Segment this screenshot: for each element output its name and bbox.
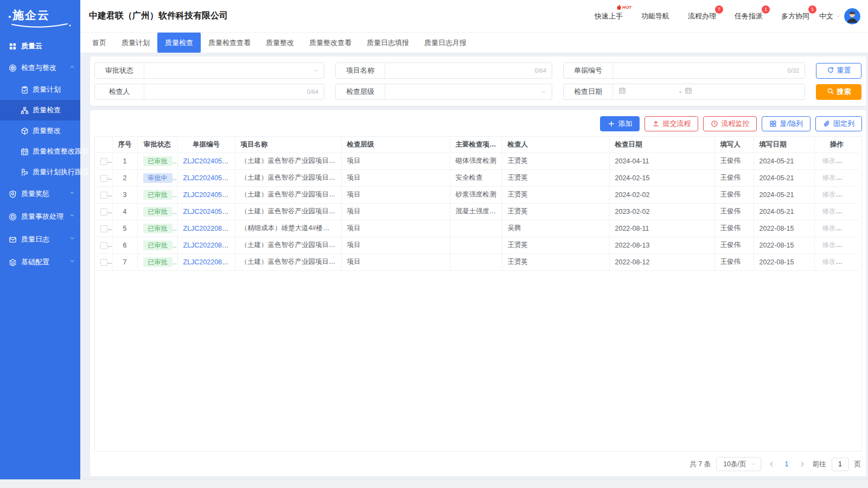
cell-check (95, 153, 112, 169)
sidebar-item-0[interactable]: 质量计划 (0, 79, 80, 100)
cell-check_date: 2024-04-11 (609, 153, 714, 169)
check-date-from-input[interactable] (629, 88, 676, 96)
filter-doc-no[interactable]: 单据编号 0/32 (563, 62, 805, 79)
tab-2[interactable]: 质量检查 (157, 33, 201, 53)
filter-project-name[interactable]: 项目名称 0/64 (335, 62, 552, 79)
column-header-item: 主要检查项名称 (450, 137, 502, 153)
sidebar-group-1[interactable]: 质量奖惩 (0, 182, 80, 205)
cell-check (95, 203, 112, 220)
tab-6[interactable]: 质量日志填报 (359, 33, 417, 53)
sidebar-product[interactable]: 质量云 (0, 31, 80, 56)
doc-no-input[interactable] (613, 67, 788, 75)
tab-0[interactable]: 首页 (85, 33, 114, 53)
topnav-item-3[interactable]: 任务指派1 (735, 11, 763, 21)
sidebar-item-4[interactable]: 质量计划执行跟踪 (0, 162, 80, 182)
cell-level: 项目 (341, 253, 450, 270)
edit-link[interactable]: 修改 (822, 191, 836, 198)
toolbar-button-0[interactable]: 添加 (600, 116, 640, 131)
paperclip-icon (823, 120, 831, 128)
sidebar-group-label: 基础配置 (21, 257, 65, 267)
topnav-item-2[interactable]: 流程办理7 (688, 11, 716, 21)
cell-seq: 3 (112, 186, 137, 203)
toolbar-button-1[interactable]: 提交流程 (644, 116, 698, 131)
topnav-item-0[interactable]: 快速上手HOT (595, 11, 623, 21)
doc-no-link[interactable]: ZLJC2022080173 (183, 242, 235, 249)
page-size-select[interactable]: 10条/页 (716, 457, 761, 471)
doc-no-link[interactable]: ZLJC2022080174 (183, 225, 235, 232)
row-checkbox[interactable] (100, 208, 107, 216)
tab-4[interactable]: 质量整改 (258, 33, 302, 53)
doc-no-link[interactable]: ZLJC2022080172 (183, 258, 235, 266)
cell-project: （土建）蓝色智谷产业园项目施工总承... (235, 237, 341, 253)
cell-writer: 王俊伟 (714, 186, 754, 203)
edit-link[interactable]: 修改 (822, 224, 836, 232)
status-badge: 已审批 (143, 156, 173, 166)
table-row: 4已审批ZLJC2024050443（土建）蓝色智谷产业园项目施工总承...项目… (95, 203, 859, 220)
char-counter: 0/64 (307, 88, 324, 95)
check-date-to-input[interactable] (695, 88, 742, 96)
avatar[interactable] (844, 8, 860, 24)
prev-page-button[interactable] (767, 461, 776, 467)
current-page[interactable]: 1 (782, 460, 792, 468)
sidebar-item-3[interactable]: 质量检查整改跟踪 (0, 141, 80, 162)
next-page-button[interactable] (797, 461, 807, 467)
column-header-inspector: 检查人 (502, 137, 609, 153)
cell-inspector: 王贤英 (502, 203, 609, 220)
total-count: 共 7 条 (690, 460, 711, 469)
sidebar-group-4[interactable]: 基础配置 (0, 251, 80, 274)
reset-button[interactable]: 重置 (816, 63, 861, 79)
sidebar-menu: 检查与整改质量计划质量检查质量整改质量检查整改跟踪质量计划执行跟踪质量奖惩质量事… (0, 56, 80, 274)
project-name-input[interactable] (385, 67, 535, 75)
cell-ops: 修改删除 (814, 153, 859, 169)
row-checkbox[interactable] (100, 175, 107, 182)
doc-no-link[interactable]: ZLJC2024050445 (183, 174, 235, 182)
toolbar-button-4[interactable]: 固定列 (815, 116, 862, 131)
sidebar-group-2[interactable]: 质量事故处理 (0, 205, 80, 228)
sidebar-group-3[interactable]: 质量日志 (0, 228, 80, 251)
chevron-down-icon (69, 258, 75, 267)
cell-level: 项目 (341, 153, 450, 169)
search-button[interactable]: 搜索 (816, 84, 861, 100)
sidebar-item-2[interactable]: 质量整改 (0, 121, 80, 141)
inspector-input[interactable] (144, 88, 307, 96)
row-checkbox[interactable] (100, 192, 107, 199)
filter-check-date[interactable]: 检查日期 - (563, 84, 805, 100)
toolbar-button-3[interactable]: 显/隐列 (762, 116, 810, 131)
row-checkbox[interactable] (100, 225, 107, 232)
cell-doc_no: ZLJC2022080174 (177, 220, 235, 237)
edit-link[interactable]: 修改 (822, 157, 836, 164)
cell-status: 已审批 (137, 237, 177, 253)
row-checkbox[interactable] (100, 259, 107, 266)
filter-inspector[interactable]: 检查人 0/64 (94, 84, 324, 100)
check-level-select[interactable] (385, 88, 541, 96)
doc-no-link[interactable]: ZLJC2024050443 (183, 208, 235, 216)
cell-inspector: 王贤英 (502, 237, 609, 253)
edit-link[interactable]: 修改 (822, 207, 836, 215)
filter-approval-status[interactable]: 审批状态 (94, 62, 324, 79)
toolbar-button-2[interactable]: 流程监控 (703, 116, 757, 131)
tab-1[interactable]: 质量计划 (114, 33, 157, 53)
cell-project: （土建）蓝色智谷产业园项目施工总承... (235, 153, 341, 169)
topnav-item-4[interactable]: 多方协同1 (781, 11, 809, 21)
filter-check-level[interactable]: 检查层级 (335, 84, 552, 100)
tab-bar: 首页质量计划质量检查质量检查查看质量整改质量整改查看质量日志填报质量日志月报 (80, 33, 868, 53)
edit-link[interactable]: 修改 (822, 174, 836, 181)
sidebar-group-0[interactable]: 检查与整改 (0, 56, 80, 79)
doc-no-link[interactable]: ZLJC2024050446 (183, 157, 235, 165)
table-row: 3已审批ZLJC2024050444（土建）蓝色智谷产业园项目施工总承...项目… (95, 186, 859, 203)
row-checkbox[interactable] (100, 242, 107, 249)
sidebar-item-1[interactable]: 质量检查 (0, 100, 80, 121)
row-checkbox[interactable] (100, 158, 107, 165)
cell-ops: 修改删除 (814, 186, 859, 203)
tab-7[interactable]: 质量日志月报 (417, 33, 474, 53)
tab-5[interactable]: 质量整改查看 (302, 33, 359, 53)
goto-page-input[interactable] (832, 458, 849, 471)
tab-3[interactable]: 质量检查查看 (201, 33, 258, 53)
topnav-item-1[interactable]: 功能导航 (641, 11, 669, 21)
edit-link[interactable]: 修改 (822, 258, 836, 265)
cell-ops: 修改删除 (814, 203, 859, 220)
doc-no-link[interactable]: ZLJC2024050444 (183, 191, 235, 199)
language-switcher[interactable]: 中文 (819, 11, 841, 21)
approval-status-select[interactable] (144, 67, 313, 75)
edit-link[interactable]: 修改 (822, 241, 836, 249)
